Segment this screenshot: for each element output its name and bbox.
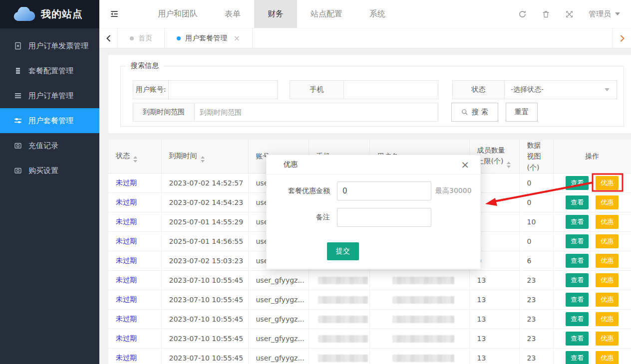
view-button[interactable]: 查看 [566, 195, 589, 209]
member-limit-cell: 13 [469, 349, 519, 364]
header-status[interactable]: 状态 [108, 140, 161, 174]
status-cell: 未过期 [108, 349, 161, 364]
user-menu[interactable]: 管理员 [589, 9, 620, 19]
discount-amount-label: 套餐优惠金额 [267, 186, 330, 195]
date-range-input[interactable] [195, 103, 438, 122]
view-button[interactable]: 查看 [566, 215, 589, 229]
close-icon[interactable]: × [461, 160, 469, 170]
tab-scroll-right-button[interactable] [613, 28, 631, 48]
nav-tab-forms[interactable]: 表单 [211, 0, 254, 28]
nav-tab-finance[interactable]: 财务 [254, 0, 297, 28]
account-cell: user_gfyygz... [248, 290, 309, 310]
expire-cell: 2025-07-01 14:56:55 [161, 232, 248, 251]
view-button[interactable]: 查看 [566, 293, 589, 307]
view-button[interactable]: 查看 [566, 234, 589, 248]
header-actions: 操作 [553, 140, 631, 174]
remark-input[interactable] [337, 208, 431, 227]
page-tab-user-packages[interactable]: 用户套餐管理 × [164, 28, 253, 48]
page-tab-home[interactable]: 首页 [118, 28, 164, 48]
nav-tab-system[interactable]: 系统 [356, 0, 399, 28]
discount-button[interactable]: 优惠 [596, 254, 619, 268]
view-button[interactable]: 查看 [566, 254, 589, 268]
view-button[interactable]: 查看 [566, 176, 589, 190]
status-selected-value: -选择状态- [511, 85, 544, 94]
sort-icon[interactable] [133, 156, 137, 163]
discount-button[interactable]: 优惠 [596, 195, 619, 209]
sidebar-item-user-orders[interactable]: 用户订单管理 [0, 83, 99, 108]
search-button[interactable]: 搜 索 [451, 103, 498, 122]
discount-button[interactable]: 优惠 [596, 351, 619, 364]
account-cell: user_gfyygz... [248, 271, 309, 290]
status-select[interactable]: -选择状态- [505, 80, 617, 99]
sidebar-item-user-packages[interactable]: 用户套餐管理 [0, 108, 99, 133]
phone-cell [309, 271, 369, 290]
sidebar-item-label: 用户订单发票管理 [28, 41, 88, 51]
nav-tab-site-config[interactable]: 站点配置 [297, 0, 356, 28]
tab-dot-icon [177, 36, 181, 40]
data-views-cell: 0 [519, 174, 553, 193]
phone-label: 手机 [290, 80, 344, 99]
redacted-username [392, 355, 454, 362]
sort-icon[interactable] [201, 156, 205, 163]
tab-close-icon[interactable]: × [234, 34, 240, 43]
trash-icon[interactable] [542, 10, 550, 18]
refresh-icon[interactable] [518, 10, 527, 18]
table-row: 未过期2023-07-10 10:55:45user_gfyygz...1323… [108, 271, 631, 290]
view-button[interactable]: 查看 [566, 351, 589, 364]
view-button[interactable]: 查看 [566, 332, 589, 346]
fullscreen-icon[interactable] [565, 10, 574, 18]
sidebar-item-user-order-invoices[interactable]: 用户订单发票管理 [0, 33, 99, 58]
phone-cell [309, 290, 369, 310]
view-button[interactable]: 查看 [566, 273, 589, 287]
sliders-icon [14, 117, 22, 125]
discount-button[interactable]: 优惠 [596, 332, 619, 346]
discount-button[interactable]: 优惠 [596, 312, 619, 326]
modal-title: 优惠 [284, 160, 298, 169]
expire-cell: 2023-07-10 10:55:45 [161, 290, 248, 310]
collapse-sidebar-icon [110, 9, 119, 18]
status-cell: 未过期 [108, 174, 161, 193]
sidebar-item-label: 用户套餐管理 [28, 116, 73, 126]
discount-button[interactable]: 优惠 [596, 293, 619, 307]
sidebar-item-label: 套餐配置管理 [28, 66, 73, 76]
tab-scroll-left-button[interactable] [99, 28, 118, 48]
sidebar-item-package-config[interactable]: 套餐配置管理 [0, 58, 99, 83]
phone-cell [309, 329, 369, 349]
account-input[interactable] [169, 80, 278, 99]
sidebar-item-recharge-records[interactable]: 充值记录 [0, 133, 99, 158]
discount-button[interactable]: 优惠 [596, 176, 619, 190]
redacted-phone [318, 316, 368, 323]
modal-body: 套餐优惠金额 最高30000 备注 提交 [267, 175, 480, 269]
reset-button[interactable]: 重置 [506, 103, 538, 122]
chevron-right-icon [620, 35, 625, 42]
redacted-phone [318, 335, 368, 343]
recharge-icon [14, 142, 22, 150]
data-views-cell: 23 [519, 310, 553, 329]
discount-button[interactable]: 优惠 [596, 215, 619, 229]
expire-cell: 2023-07-10 10:55:45 [161, 349, 248, 364]
discount-button[interactable]: 优惠 [596, 273, 619, 287]
sort-icon[interactable] [507, 162, 511, 168]
cloud-logo-icon [13, 7, 35, 22]
status-cell: 未过期 [108, 212, 161, 232]
member-limit-cell: 13 [469, 329, 519, 349]
expire-cell: 2023-07-10 10:55:45 [161, 271, 248, 290]
view-button[interactable]: 查看 [566, 312, 589, 326]
status-cell: 未过期 [108, 193, 161, 212]
header-expire-time[interactable]: 到期时间 [161, 140, 248, 174]
discount-button[interactable]: 优惠 [596, 234, 619, 248]
redacted-username [392, 316, 454, 323]
search-icon [461, 109, 468, 116]
top-actions: 管理员 [518, 0, 631, 28]
member-limit-cell: 13 [469, 290, 519, 310]
search-panel: 搜索信息 用户账号: 手机 状态 -选择状态- 到期时间范围 [108, 55, 631, 133]
header-data-views: 数据 视图(个) [519, 140, 553, 174]
status-cell: 未过期 [108, 310, 161, 329]
discount-amount-input[interactable] [337, 182, 431, 200]
phone-input[interactable] [344, 80, 438, 99]
collapse-sidebar-button[interactable] [99, 0, 129, 28]
submit-button[interactable]: 提交 [327, 242, 359, 260]
data-views-cell: 6 [519, 251, 553, 271]
sidebar-item-purchase-settings[interactable]: 购买设置 [0, 158, 99, 183]
nav-tab-users-teams[interactable]: 用户和团队 [144, 0, 211, 28]
